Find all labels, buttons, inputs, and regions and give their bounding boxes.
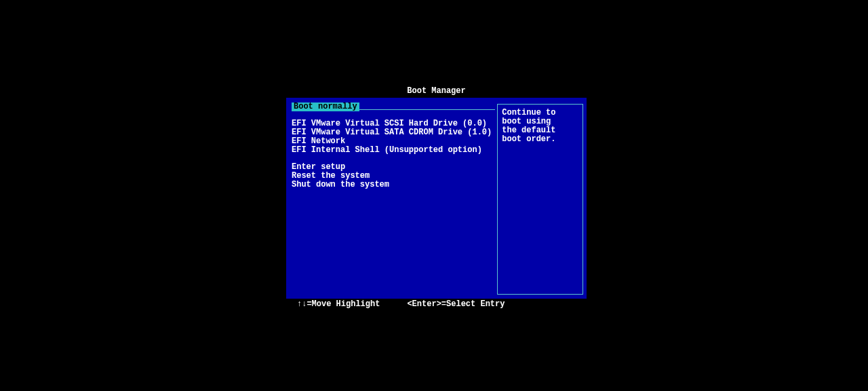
help-text-line1: Continue to boot using (502, 109, 578, 126)
hint-select: <Enter>=Select Entry (407, 300, 505, 309)
boot-menu: EFI VMware Virtual SCSI Hard Drive (0.0)… (292, 119, 492, 189)
help-panel: Continue to boot using the default boot … (497, 104, 583, 295)
left-panel: Boot normally EFI VMware Virtual SCSI Ha… (286, 98, 497, 299)
page-title: Boot Manager (286, 87, 587, 96)
panels: Boot normally EFI VMware Virtual SCSI Ha… (286, 98, 587, 299)
boot-manager-screen: Boot Manager Boot normally EFI VMware Vi… (286, 87, 587, 309)
key-hints: ↑↓=Move Highlight <Enter>=Select Entry (286, 300, 587, 309)
shutdown-system-item[interactable]: Shut down the system (292, 181, 492, 189)
help-text-line2: the default boot order. (502, 126, 578, 144)
boot-option-shell[interactable]: EFI Internal Shell (Unsupported option) (292, 146, 492, 155)
hint-move: ↑↓=Move Highlight (297, 300, 380, 309)
boot-normally-item[interactable]: Boot normally (292, 103, 359, 111)
